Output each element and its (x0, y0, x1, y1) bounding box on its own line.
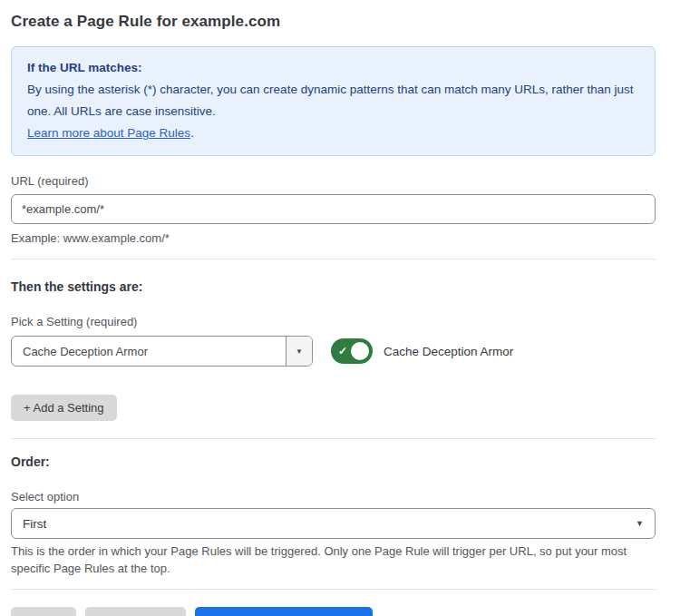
setting-row: Cache Deception Armor ▼ ✓ Cache Deceptio… (11, 336, 656, 367)
toggle-label: Cache Deception Armor (384, 345, 513, 358)
cancel-button[interactable]: Cancel (11, 607, 76, 616)
info-box-body: By using the asterisk (*) character, you… (27, 79, 639, 122)
link-suffix: . (190, 126, 194, 140)
check-icon: ✓ (338, 346, 347, 357)
save-as-draft-button[interactable]: Save as Draft (85, 607, 186, 616)
order-section-heading: Order: (11, 455, 656, 469)
divider (11, 259, 656, 259)
order-select-value: First (23, 517, 636, 531)
chevron-down-icon[interactable]: ▼ (286, 337, 312, 366)
pick-setting-label: Pick a Setting (required) (11, 315, 656, 328)
page-title: Create a Page Rule for example.com (11, 13, 656, 31)
url-label: URL (required) (11, 174, 656, 188)
order-select[interactable]: First ▼ (11, 508, 656, 539)
setting-picker-dropdown[interactable]: Cache Deception Armor ▼ (11, 336, 313, 367)
chevron-down-icon: ▼ (636, 519, 644, 528)
info-box-link-line: Learn more about Page Rules. (27, 122, 639, 144)
select-option-label: Select option (11, 490, 656, 504)
save-and-deploy-button[interactable]: Save and Deploy Page Rule (195, 607, 372, 616)
learn-more-link[interactable]: Learn more about Page Rules (27, 126, 190, 140)
url-example-hint: Example: www.example.com/* (11, 230, 656, 247)
url-input[interactable] (11, 194, 656, 224)
toggle-knob (349, 340, 371, 362)
form-actions: Cancel Save as Draft Save and Deploy Pag… (11, 607, 656, 616)
url-match-info-box: If the URL matches: By using the asteris… (11, 46, 656, 156)
settings-section-heading: Then the settings are: (11, 279, 656, 294)
setting-picker-value: Cache Deception Armor (12, 337, 286, 366)
create-page-rule-form: Create a Page Rule for example.com If th… (0, 0, 680, 616)
divider (11, 589, 656, 590)
order-help-text: This is the order in which your Page Rul… (11, 543, 656, 577)
setting-toggle[interactable]: ✓ (331, 338, 373, 364)
divider (11, 438, 656, 439)
info-box-heading: If the URL matches: (27, 57, 639, 79)
add-setting-button[interactable]: + Add a Setting (11, 395, 117, 421)
